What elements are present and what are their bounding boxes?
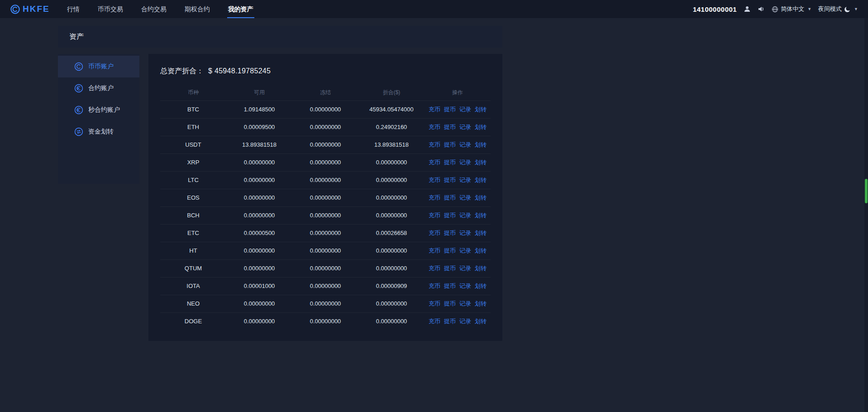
page-title: 资产 [69,32,84,42]
deposit-link[interactable]: 充币 [429,141,440,148]
records-link[interactable]: 记录 [459,230,471,236]
transfer-link[interactable]: 划转 [475,283,486,289]
withdraw-link[interactable]: 提币 [444,230,456,236]
withdraw-link[interactable]: 提币 [444,194,456,201]
frozen-cell: 0.00000000 [292,136,358,153]
assets-table: 币种可用冻结折合($)操作 BTC1.091485000.00000000459… [160,85,491,330]
coin-cell: NEO [160,295,226,312]
coin-cell: QTUM [160,259,226,277]
table-row: LTC0.000000000.000000000.00000000充币提币记录划… [160,171,491,189]
records-link[interactable]: 记录 [459,194,471,201]
coin-cell: HT [160,242,226,259]
withdraw-link[interactable]: 提币 [444,283,456,289]
deposit-link[interactable]: 充币 [429,283,440,289]
nav-item-3[interactable]: 期权合约 [176,0,219,18]
available-cell: 0.00000000 [226,153,292,171]
transfer-link[interactable]: 划转 [475,265,486,272]
nav-item-4[interactable]: 我的资产 [219,0,262,18]
deposit-link[interactable]: 充币 [429,300,440,307]
nav-item-2[interactable]: 合约交易 [132,0,176,18]
sidebar-item-1[interactable]: 合约账户 [58,77,139,99]
withdraw-link[interactable]: 提币 [444,318,456,325]
deposit-link[interactable]: 充币 [429,265,440,272]
available-cell: 0.00000000 [226,206,292,224]
available-cell: 0.00000000 [226,171,292,189]
frozen-cell: 0.00000000 [292,295,358,312]
converted-cell: 0.00000000 [358,189,424,206]
records-link[interactable]: 记录 [459,106,471,113]
sidebar-item-2[interactable]: 秒合约账户 [58,99,139,121]
scrollbar-thumb[interactable] [865,179,868,203]
converted-cell: 45934.05474000 [358,101,424,118]
records-link[interactable]: 记录 [459,318,471,325]
transfer-link[interactable]: 划转 [475,230,486,236]
deposit-link[interactable]: 充币 [429,177,440,183]
deposit-link[interactable]: 充币 [429,106,440,113]
records-link[interactable]: 记录 [459,159,471,166]
logo-text: HKFE [23,4,50,14]
transfer-link[interactable]: 划转 [475,124,486,130]
deposit-link[interactable]: 充币 [429,194,440,201]
withdraw-link[interactable]: 提币 [444,247,456,254]
transfer-link[interactable]: 划转 [475,212,486,219]
account-id: 14100000001 [693,5,737,13]
withdraw-link[interactable]: 提币 [444,177,456,183]
frozen-cell: 0.00000000 [292,189,358,206]
sidebar-item-3[interactable]: 资金划转 [58,121,139,143]
withdraw-link[interactable]: 提币 [444,212,456,219]
assets-panel: 总资产折合：$ 45948.19785245 币种可用冻结折合($)操作 BTC… [148,54,502,341]
language-selector[interactable]: 简体中文 ▼ [772,5,811,13]
second-contract-account-icon [74,105,83,115]
table-row: QTUM0.000000000.000000000.00000000充币提币记录… [160,259,491,277]
deposit-link[interactable]: 充币 [429,159,440,166]
deposit-link[interactable]: 充币 [429,247,440,254]
records-link[interactable]: 记录 [459,283,471,289]
transfer-link[interactable]: 划转 [475,247,486,254]
transfer-link[interactable]: 划转 [475,300,486,307]
deposit-link[interactable]: 充币 [429,124,440,130]
records-link[interactable]: 记录 [459,265,471,272]
scrollbar[interactable] [864,18,868,412]
deposit-link[interactable]: 充币 [429,230,440,236]
deposit-link[interactable]: 充币 [429,212,440,219]
transfer-link[interactable]: 划转 [475,194,486,201]
transfer-link[interactable]: 划转 [475,318,486,325]
actions-cell: 充币提币记录划转 [424,101,491,118]
withdraw-link[interactable]: 提币 [444,265,456,272]
transfer-link[interactable]: 划转 [475,106,486,113]
column-header-0: 币种 [160,85,226,101]
theme-selector[interactable]: 夜间模式 ▼ [818,5,858,13]
frozen-cell: 0.00000000 [292,242,358,259]
logo[interactable]: HKFE [10,4,50,14]
records-link[interactable]: 记录 [459,247,471,254]
converted-cell: 0.00026658 [358,224,424,242]
records-link[interactable]: 记录 [459,177,471,183]
withdraw-link[interactable]: 提币 [444,106,456,113]
logo-icon [10,4,20,14]
volume-icon[interactable] [758,5,765,13]
actions-cell: 充币提币记录划转 [424,277,491,295]
nav-item-0[interactable]: 行情 [58,0,89,18]
withdraw-link[interactable]: 提币 [444,124,456,130]
actions-cell: 充币提币记录划转 [424,259,491,277]
available-cell: 0.00000000 [226,312,292,330]
table-row: NEO0.000000000.000000000.00000000充币提币记录划… [160,295,491,312]
sidebar-item-0[interactable]: 币币账户 [58,56,139,77]
withdraw-link[interactable]: 提币 [444,141,456,148]
converted-cell: 0.00000000 [358,259,424,277]
transfer-link[interactable]: 划转 [475,177,486,183]
user-icon[interactable] [744,5,751,13]
withdraw-link[interactable]: 提币 [444,300,456,307]
records-link[interactable]: 记录 [459,212,471,219]
nav-item-1[interactable]: 币币交易 [89,0,132,18]
records-link[interactable]: 记录 [459,300,471,307]
withdraw-link[interactable]: 提币 [444,159,456,166]
records-link[interactable]: 记录 [459,124,471,130]
transfer-link[interactable]: 划转 [475,159,486,166]
sidebar-item-label: 币币账户 [88,62,114,71]
transfer-link[interactable]: 划转 [475,141,486,148]
records-link[interactable]: 记录 [459,141,471,148]
deposit-link[interactable]: 充币 [429,318,440,325]
column-header-3: 折合($) [358,85,424,101]
converted-cell: 0.00000000 [358,171,424,189]
